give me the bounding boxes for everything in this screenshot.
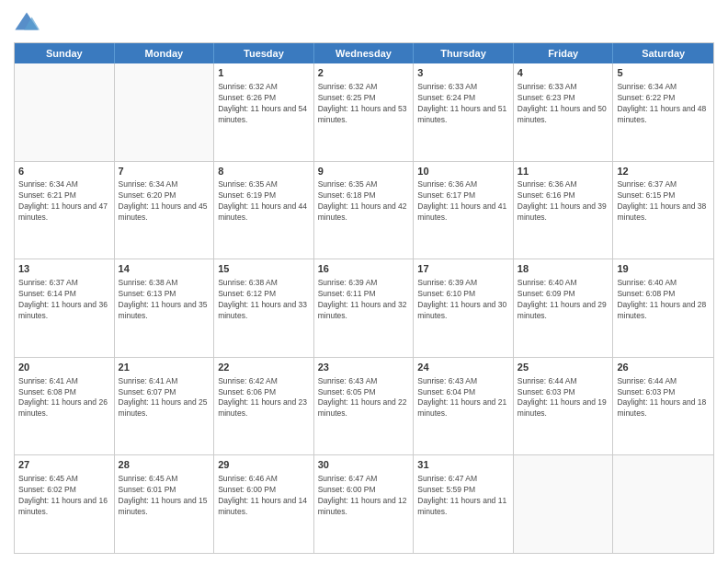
- calendar-cell: 23Sunrise: 6:43 AM Sunset: 6:05 PM Dayli…: [314, 358, 415, 455]
- page: SundayMondayTuesdayWednesdayThursdayFrid…: [0, 0, 728, 563]
- day-number: 29: [218, 458, 310, 472]
- cell-info: Sunrise: 6:43 AM Sunset: 6:04 PM Dayligh…: [417, 376, 509, 420]
- cell-info: Sunrise: 6:45 AM Sunset: 6:01 PM Dayligh…: [119, 474, 210, 518]
- calendar-cell: 21Sunrise: 6:41 AM Sunset: 6:07 PM Dayli…: [115, 358, 215, 455]
- calendar-cell: 18Sunrise: 6:40 AM Sunset: 6:09 PM Dayli…: [514, 259, 614, 357]
- cell-info: Sunrise: 6:39 AM Sunset: 6:11 PM Dayligh…: [318, 278, 410, 322]
- calendar-cell: 25Sunrise: 6:44 AM Sunset: 6:03 PM Dayli…: [514, 358, 614, 455]
- cell-info: Sunrise: 6:40 AM Sunset: 6:08 PM Dayligh…: [617, 278, 710, 322]
- calendar-cell: 20Sunrise: 6:41 AM Sunset: 6:08 PM Dayli…: [15, 358, 115, 455]
- day-number: 13: [18, 262, 110, 276]
- calendar-cell: 29Sunrise: 6:46 AM Sunset: 6:00 PM Dayli…: [214, 455, 314, 553]
- calendar-cell: 6Sunrise: 6:34 AM Sunset: 6:21 PM Daylig…: [15, 162, 115, 259]
- calendar-cell: 26Sunrise: 6:44 AM Sunset: 6:03 PM Dayli…: [613, 358, 713, 455]
- cell-info: Sunrise: 6:35 AM Sunset: 6:19 PM Dayligh…: [218, 179, 310, 224]
- day-number: 23: [318, 361, 410, 374]
- day-number: 15: [218, 262, 310, 276]
- day-header-tuesday: Tuesday: [214, 43, 314, 63]
- calendar-cell: 15Sunrise: 6:38 AM Sunset: 6:12 PM Dayli…: [214, 259, 314, 357]
- day-number: 30: [318, 458, 410, 472]
- day-header-wednesday: Wednesday: [314, 43, 415, 63]
- cell-info: Sunrise: 6:40 AM Sunset: 6:09 PM Dayligh…: [518, 278, 609, 322]
- calendar-cell: 28Sunrise: 6:45 AM Sunset: 6:01 PM Dayli…: [115, 455, 215, 553]
- day-number: 7: [119, 165, 210, 178]
- day-number: 20: [18, 361, 110, 374]
- cell-info: Sunrise: 6:37 AM Sunset: 6:14 PM Dayligh…: [18, 278, 110, 322]
- calendar-cell: 14Sunrise: 6:38 AM Sunset: 6:13 PM Dayli…: [115, 259, 215, 357]
- cell-info: Sunrise: 6:41 AM Sunset: 6:07 PM Dayligh…: [119, 376, 210, 420]
- calendar-cell: 27Sunrise: 6:45 AM Sunset: 6:02 PM Dayli…: [15, 455, 115, 553]
- day-header-friday: Friday: [514, 43, 614, 63]
- day-number: 17: [417, 262, 509, 276]
- day-header-saturday: Saturday: [613, 43, 713, 63]
- calendar-cell: [514, 455, 614, 553]
- cell-info: Sunrise: 6:33 AM Sunset: 6:23 PM Dayligh…: [518, 82, 609, 126]
- calendar-header: SundayMondayTuesdayWednesdayThursdayFrid…: [15, 43, 713, 63]
- calendar-cell: 17Sunrise: 6:39 AM Sunset: 6:10 PM Dayli…: [414, 259, 514, 357]
- cell-info: Sunrise: 6:32 AM Sunset: 6:25 PM Dayligh…: [318, 82, 410, 126]
- day-number: 10: [417, 165, 509, 178]
- day-number: 2: [318, 66, 410, 80]
- day-number: 21: [119, 361, 210, 374]
- day-header-monday: Monday: [115, 43, 215, 63]
- calendar-cell: 19Sunrise: 6:40 AM Sunset: 6:08 PM Dayli…: [613, 259, 713, 357]
- calendar-cell: 30Sunrise: 6:47 AM Sunset: 6:00 PM Dayli…: [314, 455, 415, 553]
- day-number: 11: [518, 165, 609, 178]
- calendar-cell: 12Sunrise: 6:37 AM Sunset: 6:15 PM Dayli…: [613, 162, 713, 259]
- day-header-thursday: Thursday: [414, 43, 514, 63]
- day-number: 25: [518, 361, 609, 374]
- calendar-cell: 5Sunrise: 6:34 AM Sunset: 6:22 PM Daylig…: [613, 63, 713, 161]
- calendar-cell: 22Sunrise: 6:42 AM Sunset: 6:06 PM Dayli…: [214, 358, 314, 455]
- calendar-cell: 2Sunrise: 6:32 AM Sunset: 6:25 PM Daylig…: [314, 63, 415, 161]
- calendar-cell: 3Sunrise: 6:33 AM Sunset: 6:24 PM Daylig…: [414, 63, 514, 161]
- calendar-week-1: 1Sunrise: 6:32 AM Sunset: 6:26 PM Daylig…: [15, 63, 713, 161]
- day-number: 14: [119, 262, 210, 276]
- header: [14, 9, 714, 35]
- cell-info: Sunrise: 6:34 AM Sunset: 6:20 PM Dayligh…: [119, 179, 210, 224]
- cell-info: Sunrise: 6:36 AM Sunset: 6:16 PM Dayligh…: [518, 179, 609, 224]
- calendar-cell: 13Sunrise: 6:37 AM Sunset: 6:14 PM Dayli…: [15, 259, 115, 357]
- calendar-week-5: 27Sunrise: 6:45 AM Sunset: 6:02 PM Dayli…: [15, 454, 713, 553]
- cell-info: Sunrise: 6:32 AM Sunset: 6:26 PM Dayligh…: [218, 82, 310, 126]
- logo: [14, 9, 43, 35]
- calendar-cell: 31Sunrise: 6:47 AM Sunset: 5:59 PM Dayli…: [414, 455, 514, 553]
- cell-info: Sunrise: 6:36 AM Sunset: 6:17 PM Dayligh…: [417, 179, 509, 224]
- calendar-cell: 1Sunrise: 6:32 AM Sunset: 6:26 PM Daylig…: [214, 63, 314, 161]
- calendar-cell: 4Sunrise: 6:33 AM Sunset: 6:23 PM Daylig…: [514, 63, 614, 161]
- cell-info: Sunrise: 6:38 AM Sunset: 6:13 PM Dayligh…: [119, 278, 210, 322]
- calendar-body: 1Sunrise: 6:32 AM Sunset: 6:26 PM Daylig…: [15, 63, 713, 553]
- calendar-cell: [613, 455, 713, 553]
- day-header-sunday: Sunday: [15, 43, 115, 63]
- calendar-week-2: 6Sunrise: 6:34 AM Sunset: 6:21 PM Daylig…: [15, 161, 713, 259]
- calendar-week-3: 13Sunrise: 6:37 AM Sunset: 6:14 PM Dayli…: [15, 259, 713, 357]
- day-number: 4: [518, 66, 609, 80]
- calendar-cell: 24Sunrise: 6:43 AM Sunset: 6:04 PM Dayli…: [414, 358, 514, 455]
- cell-info: Sunrise: 6:35 AM Sunset: 6:18 PM Dayligh…: [318, 179, 410, 224]
- cell-info: Sunrise: 6:38 AM Sunset: 6:12 PM Dayligh…: [218, 278, 310, 322]
- cell-info: Sunrise: 6:44 AM Sunset: 6:03 PM Dayligh…: [617, 376, 710, 420]
- cell-info: Sunrise: 6:33 AM Sunset: 6:24 PM Dayligh…: [417, 82, 509, 126]
- cell-info: Sunrise: 6:34 AM Sunset: 6:22 PM Dayligh…: [617, 82, 710, 126]
- cell-info: Sunrise: 6:43 AM Sunset: 6:05 PM Dayligh…: [318, 376, 410, 420]
- day-number: 19: [617, 262, 710, 276]
- cell-info: Sunrise: 6:46 AM Sunset: 6:00 PM Dayligh…: [218, 474, 310, 518]
- day-number: 18: [518, 262, 609, 276]
- cell-info: Sunrise: 6:41 AM Sunset: 6:08 PM Dayligh…: [18, 376, 110, 420]
- day-number: 12: [617, 165, 710, 178]
- logo-icon: [14, 9, 40, 35]
- day-number: 24: [417, 361, 509, 374]
- calendar-cell: 8Sunrise: 6:35 AM Sunset: 6:19 PM Daylig…: [214, 162, 314, 259]
- day-number: 3: [417, 66, 509, 80]
- calendar-week-4: 20Sunrise: 6:41 AM Sunset: 6:08 PM Dayli…: [15, 357, 713, 455]
- calendar-cell: [15, 63, 115, 161]
- day-number: 9: [318, 165, 410, 178]
- calendar-cell: 16Sunrise: 6:39 AM Sunset: 6:11 PM Dayli…: [314, 259, 415, 357]
- day-number: 8: [218, 165, 310, 178]
- day-number: 26: [617, 361, 710, 374]
- day-number: 5: [617, 66, 710, 80]
- calendar-cell: 11Sunrise: 6:36 AM Sunset: 6:16 PM Dayli…: [514, 162, 614, 259]
- cell-info: Sunrise: 6:34 AM Sunset: 6:21 PM Dayligh…: [18, 179, 110, 224]
- day-number: 28: [119, 458, 210, 472]
- day-number: 1: [218, 66, 310, 80]
- calendar: SundayMondayTuesdayWednesdayThursdayFrid…: [14, 42, 714, 554]
